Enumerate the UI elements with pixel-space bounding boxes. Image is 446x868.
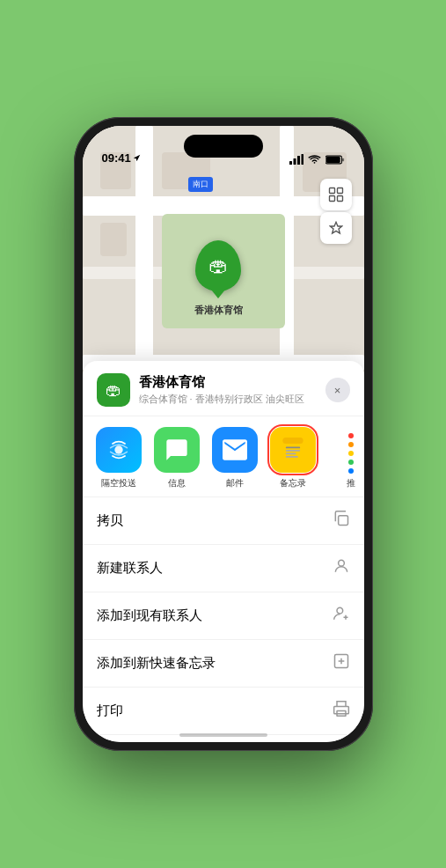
signal-icon — [289, 154, 303, 165]
svg-rect-14 — [285, 447, 299, 449]
more-label: 推 — [347, 477, 355, 489]
dot-green — [348, 460, 354, 465]
bottom-sheet: 🏟 香港体育馆 综合体育馆 · 香港特别行政区 油尖旺区 × — [83, 361, 364, 742]
svg-rect-6 — [341, 158, 343, 161]
airdrop-icon-box — [96, 427, 142, 473]
mail-label: 邮件 — [226, 477, 244, 489]
wifi-icon — [308, 155, 321, 165]
add-notes-icon — [333, 652, 350, 674]
phone-frame: 09:41 — [74, 117, 373, 751]
venue-subtitle: 综合体育馆 · 香港特别行政区 油尖旺区 — [139, 393, 317, 406]
marker-pin: 🏟 — [195, 240, 241, 291]
action-print[interactable]: 打印 — [83, 687, 364, 735]
svg-rect-15 — [285, 450, 299, 452]
print-label: 打印 — [97, 702, 123, 719]
marker-stadium-icon: 🏟 — [208, 254, 228, 277]
status-time: 09:41 — [102, 151, 141, 165]
share-more[interactable]: 推 — [324, 427, 364, 489]
venue-info: 香港体育馆 综合体育馆 · 香港特别行政区 油尖旺区 — [139, 374, 317, 406]
close-button[interactable]: × — [325, 378, 350, 402]
svg-rect-0 — [289, 161, 292, 165]
dynamic-island — [184, 135, 263, 158]
svg-rect-18 — [338, 516, 347, 526]
time-label: 09:41 — [102, 151, 131, 165]
mail-icon — [223, 438, 247, 461]
action-copy[interactable]: 拷贝 — [83, 497, 364, 544]
messages-label: 信息 — [168, 477, 186, 489]
dot-yellow — [348, 451, 354, 456]
share-airdrop[interactable]: 隔空投送 — [91, 427, 146, 489]
action-add-notes[interactable]: 添加到新快速备忘录 — [83, 639, 364, 687]
svg-rect-2 — [297, 156, 300, 165]
dot-blue — [348, 468, 354, 474]
map-type-button[interactable] — [320, 179, 352, 210]
home-indicator — [179, 733, 267, 737]
venue-marker[interactable]: 🏟 香港体育馆 — [194, 240, 243, 317]
add-existing-icon — [333, 605, 350, 627]
add-existing-label: 添加到现有联系人 — [97, 607, 202, 624]
svg-rect-3 — [301, 154, 303, 165]
messages-icon-box — [154, 427, 200, 473]
svg-rect-16 — [285, 453, 296, 455]
svg-rect-22 — [333, 707, 348, 714]
copy-icon — [333, 510, 350, 532]
share-messages[interactable]: 信息 — [150, 427, 204, 489]
notes-icon — [281, 438, 305, 462]
svg-rect-7 — [329, 188, 334, 194]
street-label-text: 南口 — [193, 180, 208, 188]
svg-rect-10 — [337, 196, 342, 202]
svg-rect-1 — [293, 158, 296, 165]
venue-header: 🏟 香港体育馆 综合体育馆 · 香港特别行政区 油尖旺区 × — [83, 361, 364, 416]
notes-label: 备忘录 — [280, 477, 306, 489]
svg-rect-13 — [282, 438, 303, 444]
svg-point-19 — [338, 560, 344, 566]
new-contact-label: 新建联系人 — [97, 560, 163, 577]
battery-icon — [325, 155, 345, 165]
airdrop-label: 隔空投送 — [101, 477, 136, 489]
phone-screen: 09:41 — [83, 126, 364, 742]
location-arrow-icon — [133, 154, 141, 162]
dot-red — [348, 433, 354, 438]
messages-icon — [165, 438, 189, 462]
svg-rect-17 — [285, 456, 297, 458]
venue-logo: 🏟 — [97, 373, 130, 407]
airdrop-icon — [106, 438, 131, 462]
more-icon-box — [328, 427, 364, 473]
share-notes[interactable]: 备忘录 — [266, 427, 320, 489]
mail-icon-box — [212, 427, 258, 473]
svg-point-11 — [114, 445, 122, 453]
action-add-existing[interactable]: 添加到现有联系人 — [83, 592, 364, 639]
add-notes-label: 添加到新快速备忘录 — [97, 655, 216, 672]
share-mail[interactable]: 邮件 — [208, 427, 262, 489]
share-row: 隔空投送 信息 — [83, 416, 364, 497]
map-controls — [320, 179, 352, 244]
more-dots — [333, 426, 364, 474]
new-contact-icon — [333, 557, 350, 579]
map-street-label: 南口 — [188, 177, 213, 192]
svg-rect-9 — [329, 196, 334, 202]
svg-rect-8 — [337, 188, 342, 194]
location-button[interactable] — [320, 212, 352, 244]
marker-label: 香港体育馆 — [194, 304, 243, 317]
status-icons — [289, 154, 345, 165]
action-new-contact[interactable]: 新建联系人 — [83, 544, 364, 592]
svg-rect-5 — [325, 156, 340, 162]
print-icon — [333, 700, 350, 722]
copy-label: 拷贝 — [97, 512, 123, 529]
svg-point-20 — [337, 607, 343, 614]
notes-icon-box — [270, 427, 316, 473]
venue-title: 香港体育馆 — [139, 374, 317, 391]
dot-orange — [348, 442, 354, 447]
